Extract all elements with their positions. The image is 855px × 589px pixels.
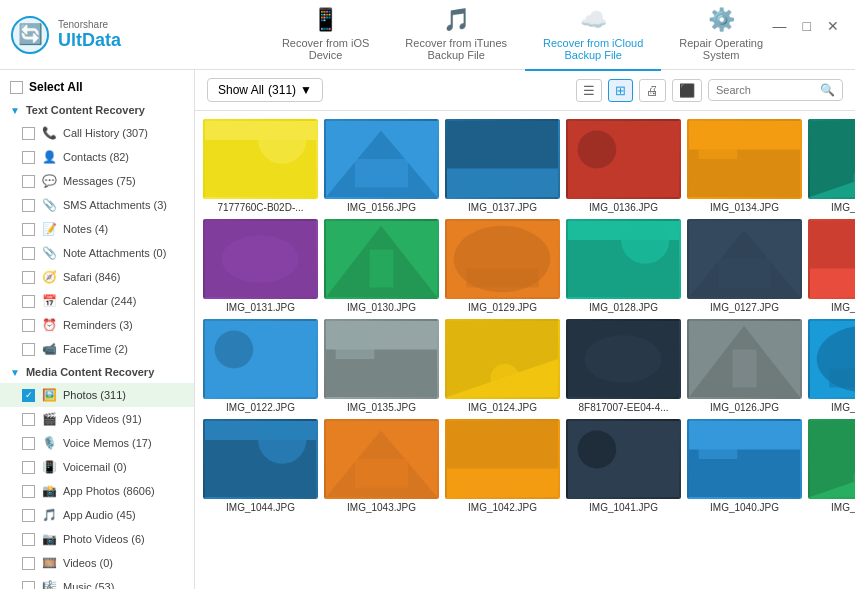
sms-label: SMS Attachments (3) <box>63 199 167 211</box>
print-button[interactable]: 🖨 <box>639 79 666 102</box>
sidebar-item-videos[interactable]: 🎞️ Videos (0) <box>0 551 194 575</box>
sidebar-item-photo-videos[interactable]: 📷 Photo Videos (6) <box>0 527 194 551</box>
sidebar-item-sms-attachments[interactable]: 📎 SMS Attachments (3) <box>0 193 194 217</box>
close-button[interactable]: ✕ <box>821 16 845 36</box>
sidebar-item-reminders[interactable]: ⏰ Reminders (3) <box>0 313 194 337</box>
grid-item[interactable]: IMG_1040.JPG <box>687 419 802 513</box>
app-audio-label: App Audio (45) <box>63 509 136 521</box>
sidebar-item-app-photos[interactable]: 📸 App Photos (8606) <box>0 479 194 503</box>
sidebar-item-calendar[interactable]: 📅 Calendar (244) <box>0 289 194 313</box>
list-view-button[interactable]: ☰ <box>576 79 602 102</box>
grid-item[interactable]: 7177760C-B02D-... <box>203 119 318 213</box>
app-videos-checkbox[interactable] <box>22 413 35 426</box>
tab-icloud-label: Recover from iCloud Backup File <box>543 37 643 61</box>
photo-label: IMG_0129.JPG <box>468 302 537 313</box>
tab-itunes[interactable]: 🎵 Recover from iTunes Backup File <box>387 0 525 71</box>
photo-videos-checkbox[interactable] <box>22 533 35 546</box>
photo-thumb <box>808 219 855 299</box>
calendar-checkbox[interactable] <box>22 295 35 308</box>
sidebar-item-messages[interactable]: 💬 Messages (75) <box>0 169 194 193</box>
videos-checkbox[interactable] <box>22 557 35 570</box>
sidebar-item-note-attachments[interactable]: 📎 Note Attachments (0) <box>0 241 194 265</box>
call-history-checkbox[interactable] <box>22 127 35 140</box>
tab-repair[interactable]: ⚙️ Repair Operating System <box>661 0 781 71</box>
note-att-checkbox[interactable] <box>22 247 35 260</box>
photo-label: IMG_1044.JPG <box>226 502 295 513</box>
notes-checkbox[interactable] <box>22 223 35 236</box>
tab-ios-label: Recover from iOS Device <box>282 37 369 61</box>
show-all-button[interactable]: Show All (311) ▼ <box>207 78 323 102</box>
sidebar-item-app-audio[interactable]: 🎵 App Audio (45) <box>0 503 194 527</box>
sidebar-item-facetime[interactable]: 📹 FaceTime (2) <box>0 337 194 361</box>
grid-item[interactable]: IMG_0137.JPG <box>445 119 560 213</box>
grid-item[interactable]: IMG_0128.JPG <box>566 219 681 313</box>
maximize-button[interactable]: □ <box>797 16 817 36</box>
app-audio-checkbox[interactable] <box>22 509 35 522</box>
sidebar-item-contacts[interactable]: 👤 Contacts (82) <box>0 145 194 169</box>
grid-item[interactable]: IMG_1041.JPG <box>566 419 681 513</box>
photo-thumb <box>203 419 318 499</box>
sidebar-item-music[interactable]: 🎼 Music (53) <box>0 575 194 589</box>
grid-item[interactable]: IMG_0127.JPG <box>687 219 802 313</box>
grid-view-button[interactable]: ⊞ <box>608 79 633 102</box>
grid-item[interactable]: 8F817007-EE04-4... <box>566 319 681 413</box>
svg-point-66 <box>578 431 617 469</box>
grid-item[interactable]: IMG_0124.JPG <box>445 319 560 413</box>
photo-label: IMG_0132.JPG <box>831 402 855 413</box>
facetime-checkbox[interactable] <box>22 343 35 356</box>
grid-item[interactable]: IMG_1044.JPG <box>203 419 318 513</box>
contacts-checkbox[interactable] <box>22 151 35 164</box>
grid-item[interactable]: IMG_0131.JPG <box>203 219 318 313</box>
grid-item[interactable]: IMG_0133.JPG <box>808 119 855 213</box>
search-input[interactable] <box>716 84 816 96</box>
reminders-checkbox[interactable] <box>22 319 35 332</box>
call-history-label: Call History (307) <box>63 127 148 139</box>
section-media-content[interactable]: ▼ Media Content Recovery <box>0 361 194 383</box>
grid-item[interactable]: IMG_1043.JPG <box>324 419 439 513</box>
grid-item[interactable]: IMG_0136.JPG <box>566 119 681 213</box>
music-checkbox[interactable] <box>22 581 35 590</box>
grid-item[interactable]: IMG_0135.JPG <box>324 319 439 413</box>
grid-item[interactable]: IMG_0132.JPG <box>808 319 855 413</box>
grid-item[interactable]: IMG_0156.JPG <box>324 119 439 213</box>
minimize-button[interactable]: — <box>767 16 793 36</box>
grid-item[interactable]: IMG_0129.JPG <box>445 219 560 313</box>
sms-checkbox[interactable] <box>22 199 35 212</box>
grid-item[interactable]: IMG_0123.JPG <box>808 219 855 313</box>
select-all[interactable]: Select All <box>0 75 194 99</box>
grid-item[interactable]: IMG_0122.JPG <box>203 319 318 413</box>
app-photos-checkbox[interactable] <box>22 485 35 498</box>
photo-thumb <box>566 419 681 499</box>
grid-item[interactable]: IMG_1042.JPG <box>445 419 560 513</box>
voice-memos-checkbox[interactable] <box>22 437 35 450</box>
sidebar-item-app-videos[interactable]: 🎬 App Videos (91) <box>0 407 194 431</box>
tab-ios[interactable]: 📱 Recover from iOS Device <box>264 0 387 71</box>
grid-item[interactable]: IMG_0134.JPG <box>687 119 802 213</box>
messages-checkbox[interactable] <box>22 175 35 188</box>
grid-item[interactable]: IMG_0130.JPG <box>324 219 439 313</box>
dropdown-icon: ▼ <box>300 83 312 97</box>
sidebar-item-voice-memos[interactable]: 🎙️ Voice Memos (17) <box>0 431 194 455</box>
search-icon: 🔍 <box>820 83 835 97</box>
sidebar-item-safari[interactable]: 🧭 Safari (846) <box>0 265 194 289</box>
voicemail-checkbox[interactable] <box>22 461 35 474</box>
section-text-content[interactable]: ▼ Text Content Recovery <box>0 99 194 121</box>
export-button[interactable]: ⬛ <box>672 79 702 102</box>
photo-thumb <box>445 219 560 299</box>
toolbar: Show All (311) ▼ ☰ ⊞ 🖨 ⬛ 🔍 <box>195 70 855 111</box>
calendar-icon: 📅 <box>41 293 57 309</box>
sidebar-item-photos[interactable]: ✓ 🖼️ Photos (311) <box>0 383 194 407</box>
photo-label: IMG_0124.JPG <box>468 402 537 413</box>
window-controls: — □ ✕ <box>767 16 845 36</box>
grid-item[interactable]: IMG_0126.JPG <box>687 319 802 413</box>
grid-item[interactable]: IMG_1039.JPG <box>808 419 855 513</box>
app-videos-icon: 🎬 <box>41 411 57 427</box>
photo-label: IMG_0134.JPG <box>710 202 779 213</box>
sidebar-item-voicemail[interactable]: 📳 Voicemail (0) <box>0 455 194 479</box>
photos-checkbox[interactable]: ✓ <box>22 389 35 402</box>
sidebar-item-notes[interactable]: 📝 Notes (4) <box>0 217 194 241</box>
sidebar-item-call-history[interactable]: 📞 Call History (307) <box>0 121 194 145</box>
safari-checkbox[interactable] <box>22 271 35 284</box>
tab-icloud[interactable]: ☁️ Recover from iCloud Backup File <box>525 0 661 71</box>
select-all-checkbox[interactable] <box>10 81 23 94</box>
